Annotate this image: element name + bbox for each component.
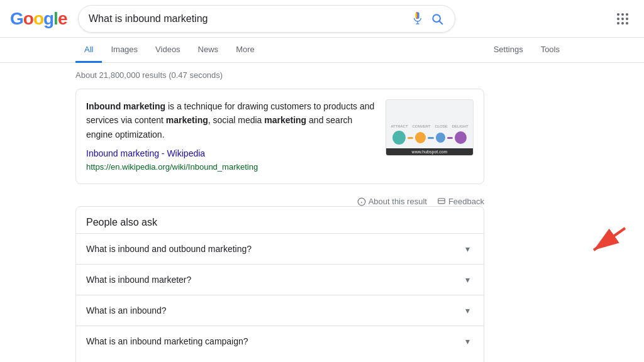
tab-all[interactable]: All	[75, 38, 102, 63]
svg-point-14	[621, 22, 624, 25]
svg-point-8	[621, 13, 624, 16]
paa-question-1: What is inbound and outbound marketing?	[86, 244, 252, 254]
tab-videos[interactable]: Videos	[147, 38, 189, 63]
main-content: About 21,800,000 results (0.47 seconds) …	[0, 63, 566, 362]
snippet-footer: About this result Feedback	[75, 194, 484, 206]
svg-point-13	[617, 22, 619, 25]
paa-item-1[interactable]: What is inbound and outbound marketing? …	[76, 233, 484, 264]
tab-more[interactable]: More	[227, 38, 264, 63]
svg-point-15	[626, 22, 628, 25]
search-input[interactable]: What is inbound marketing	[89, 13, 407, 25]
paa-question-4: What is an inbound marketing campaign?	[86, 336, 248, 346]
paa-question-2: What is inbound marketer?	[86, 275, 191, 285]
snippet-wikipedia-link[interactable]: Inbound marketing - Wikipedia	[86, 146, 375, 160]
svg-line-22	[594, 228, 625, 250]
nav-tabs: All Images Videos News More Settings Too…	[0, 38, 644, 63]
chevron-down-icon-3: ▾	[461, 304, 474, 317]
tab-settings[interactable]: Settings	[485, 38, 532, 63]
image-caption: www.hubspot.com	[386, 148, 473, 155]
tab-tools[interactable]: Tools	[532, 38, 569, 63]
svg-point-12	[626, 18, 628, 20]
snippet-url: https://en.wikipedia.org/wiki/Inbound_ma…	[86, 161, 375, 174]
apps-icon[interactable]	[611, 8, 634, 30]
paa-title: People also ask	[76, 207, 484, 233]
snippet-text: Inbound marketing is a technique for dra…	[86, 99, 375, 173]
paa-feedback[interactable]: Feedback	[76, 356, 484, 362]
feedback-link-snippet[interactable]: Feedback	[437, 197, 484, 206]
svg-point-11	[621, 18, 624, 20]
red-arrow-annotation	[581, 222, 631, 261]
snippet-image: ATTRACT CONVERT CLOSE DELIGHT	[386, 99, 474, 173]
search-button[interactable]	[430, 11, 445, 26]
header: Google What is inbound marketing	[0, 0, 644, 38]
paa-question-3: What is an inbound?	[86, 305, 167, 315]
google-logo[interactable]: Google	[10, 6, 68, 31]
tab-news[interactable]: News	[189, 38, 228, 63]
people-also-ask-section: People also ask What is inbound and outb…	[75, 206, 484, 362]
paa-item-4[interactable]: What is an inbound marketing campaign? ▾	[76, 326, 484, 356]
svg-point-10	[617, 18, 619, 20]
paa-item-2[interactable]: What is inbound marketer? ▾	[76, 264, 484, 295]
svg-rect-2	[416, 13, 418, 18]
chevron-down-icon-1: ▾	[461, 243, 474, 255]
svg-point-9	[626, 13, 628, 16]
svg-line-6	[440, 21, 443, 24]
search-results-content: About 21,800,000 results (0.47 seconds) …	[75, 70, 484, 362]
paa-item-3[interactable]: What is an inbound? ▾	[76, 295, 484, 326]
tab-images[interactable]: Images	[102, 38, 147, 63]
results-count: About 21,800,000 results (0.47 seconds)	[75, 70, 484, 80]
chevron-down-icon-4: ▾	[461, 335, 474, 348]
microphone-icon[interactable]	[412, 11, 423, 26]
svg-point-7	[617, 13, 619, 16]
featured-snippet: Inbound marketing is a technique for dra…	[75, 89, 484, 184]
search-bar[interactable]: What is inbound marketing	[78, 5, 455, 33]
chevron-down-icon-2: ▾	[461, 273, 474, 286]
about-result-link[interactable]: About this result	[357, 197, 427, 206]
